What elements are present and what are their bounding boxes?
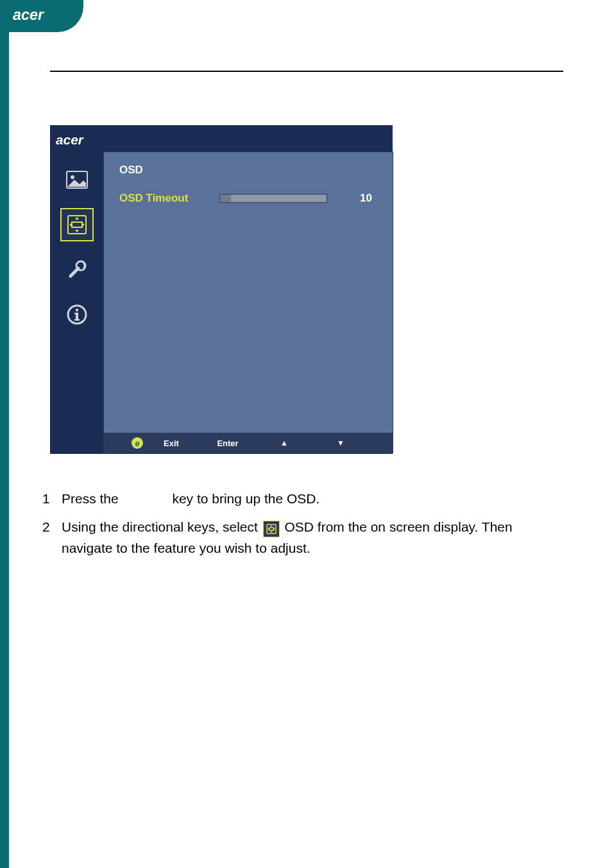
step2-pre: Using the directional keys, select xyxy=(62,519,262,534)
svg-point-8 xyxy=(76,309,78,311)
step-number: 1 xyxy=(42,488,62,510)
svg-point-3 xyxy=(71,175,74,179)
svg-rect-11 xyxy=(74,313,78,315)
step-text: Press the key to bring up the OSD. xyxy=(62,488,562,510)
setting-tool-icon[interactable] xyxy=(60,253,94,286)
osd-window: acer xyxy=(50,125,393,454)
svg-rect-5 xyxy=(72,222,82,227)
osd-settings-icon[interactable] xyxy=(60,208,94,241)
osd-sidebar xyxy=(51,152,103,434)
empowering-icon[interactable]: e xyxy=(132,437,143,449)
osd-footer: e Exit Enter ▲ ▼ xyxy=(103,433,393,453)
instruction-step-1: 1 Press the key to bring up the OSD. xyxy=(42,488,562,510)
information-icon[interactable] xyxy=(60,298,94,331)
page-header-tab: acer xyxy=(0,0,83,32)
osd-timeout-slider[interactable] xyxy=(219,194,327,203)
osd-acer-logo: acer xyxy=(56,131,107,150)
osd-timeout-fill xyxy=(220,195,231,202)
osd-main-panel: OSD OSD Timeout 10 xyxy=(103,152,393,434)
osd-settings-inline-icon xyxy=(263,521,280,537)
svg-text:acer: acer xyxy=(56,132,85,147)
step-number: 2 xyxy=(42,516,62,559)
instructions: 1 Press the key to bring up the OSD. 2 U… xyxy=(42,488,562,566)
osd-panel-title: OSD xyxy=(119,164,143,177)
step1-pre: Press the xyxy=(62,491,123,506)
step1-post: key to bring up the OSD. xyxy=(169,491,320,506)
step-text: Using the directional keys, select OSD f… xyxy=(62,516,562,559)
enter-button[interactable]: Enter xyxy=(200,438,256,448)
osd-timeout-value: 10 xyxy=(346,192,372,205)
osd-timeout-row[interactable]: OSD Timeout 10 xyxy=(119,191,378,206)
exit-button[interactable]: Exit xyxy=(143,438,200,448)
down-button[interactable]: ▼ xyxy=(312,438,369,447)
picture-icon[interactable] xyxy=(60,163,94,196)
up-button[interactable]: ▲ xyxy=(256,438,312,447)
svg-rect-13 xyxy=(269,528,273,530)
svg-rect-10 xyxy=(74,319,80,321)
svg-text:acer: acer xyxy=(13,6,45,23)
header-rule xyxy=(50,71,563,72)
osd-timeout-label: OSD Timeout xyxy=(119,192,216,205)
instruction-step-2: 2 Using the directional keys, select OSD… xyxy=(42,516,562,559)
acer-logo: acer xyxy=(13,6,71,26)
page-side-band xyxy=(0,31,9,868)
